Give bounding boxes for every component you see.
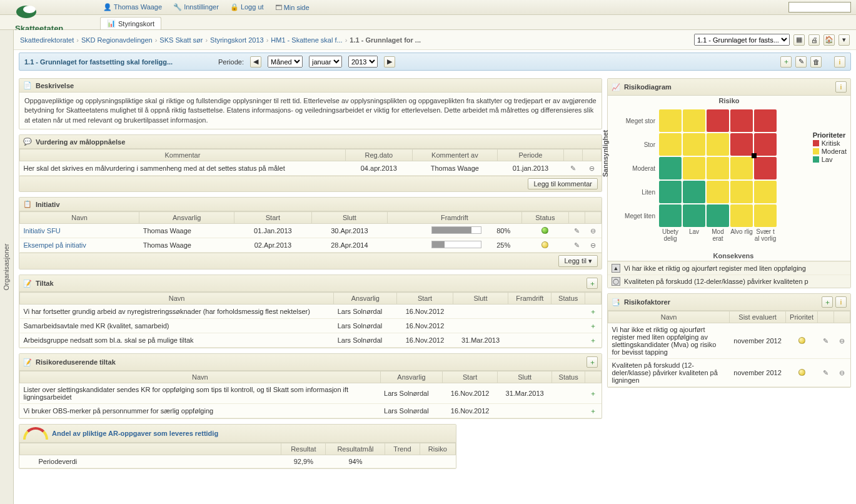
- top-logout-link[interactable]: 🔒 Logg ut: [230, 3, 264, 11]
- tab-label: Styringskort: [118, 20, 154, 28]
- top-user-link[interactable]: 👤 Thomas Waage: [103, 3, 162, 11]
- top-search: [788, 2, 851, 13]
- logo-area: Skatteetaten: [15, 4, 99, 30]
- top-menu: 👤 Thomas Waage 🔧 Innstillinger 🔒 Logg ut…: [0, 0, 856, 15]
- brand-name: Skatteetaten: [15, 24, 99, 30]
- brand-logo-icon: [15, 4, 40, 20]
- tab-strip: 📊 Styringskort: [0, 15, 856, 30]
- scorecard-icon: 📊: [107, 19, 116, 28]
- top-settings-link[interactable]: 🔧 Innstillinger: [173, 3, 219, 11]
- top-mypage-link[interactable]: 🗔 Min side: [275, 4, 310, 11]
- search-input[interactable]: [788, 2, 851, 13]
- svg-point-1: [23, 6, 36, 13]
- tab-styringskort[interactable]: 📊 Styringskort: [100, 17, 161, 29]
